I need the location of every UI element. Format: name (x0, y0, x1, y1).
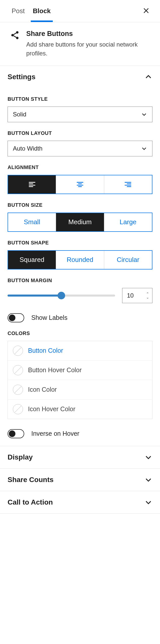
show-labels-row: Show Labels (8, 313, 152, 322)
chevron-up-icon (144, 73, 152, 81)
chevron-down-icon (144, 498, 152, 506)
color-item-icon-color[interactable]: Icon Color (8, 380, 152, 400)
inverse-hover-toggle[interactable] (8, 429, 24, 438)
chevron-down-icon (141, 111, 147, 117)
panel-display-title: Display (8, 453, 33, 461)
panel-settings-header[interactable]: Settings (0, 66, 160, 88)
inverse-hover-row: Inverse on Hover (8, 429, 152, 438)
panel-share-counts: Share Counts (0, 469, 160, 491)
color-item-icon-hover-color[interactable]: Icon Hover Color (8, 400, 152, 419)
block-info: Share Buttons Add share buttons for your… (26, 30, 152, 58)
show-labels-label: Show Labels (31, 314, 67, 321)
color-list: Button Color Button Hover Color Icon Col… (8, 341, 152, 419)
color-item-button-color[interactable]: Button Color (8, 341, 152, 361)
block-header: Share Buttons Add share buttons for your… (0, 22, 160, 66)
margin-number-input[interactable]: 10 ⌃⌄ (122, 288, 152, 303)
color-label: Button Color (28, 347, 63, 354)
label-button-shape: BUTTON SHAPE (8, 240, 152, 246)
color-swatch-empty-icon (13, 346, 23, 356)
chevron-down-icon (144, 476, 152, 484)
margin-slider[interactable] (8, 290, 115, 301)
select-button-layout-value: Auto Width (13, 145, 42, 152)
tab-block[interactable]: Block (29, 0, 55, 22)
margin-row: 10 ⌃⌄ (8, 288, 152, 303)
align-right-button[interactable] (104, 175, 152, 194)
field-button-margin: BUTTON MARGIN 10 ⌃⌄ (8, 278, 152, 303)
field-button-size: BUTTON SIZE Small Medium Large (8, 202, 152, 232)
color-swatch-empty-icon (13, 365, 23, 375)
panel-display-header[interactable]: Display (0, 446, 160, 468)
inspector-tabs: Post Block (0, 0, 160, 22)
slider-thumb[interactable] (58, 292, 65, 299)
label-button-size: BUTTON SIZE (8, 202, 152, 208)
alignment-group (8, 175, 152, 194)
panel-cta-header[interactable]: Call to Action (0, 491, 160, 513)
select-button-style-value: Solid (13, 111, 26, 118)
color-item-button-hover-color[interactable]: Button Hover Color (8, 361, 152, 380)
label-button-margin: BUTTON MARGIN (8, 278, 152, 283)
size-small-button[interactable]: Small (8, 213, 56, 231)
margin-value: 10 (127, 292, 134, 299)
label-button-layout: BUTTON LAYOUT (8, 130, 152, 136)
shape-rounded-button[interactable]: Rounded (56, 251, 104, 269)
chevron-down-icon (144, 453, 152, 461)
size-medium-button[interactable]: Medium (56, 213, 104, 231)
color-label: Icon Hover Color (28, 405, 75, 413)
label-colors: COLORS (8, 330, 152, 336)
stepper-icon: ⌃⌄ (146, 292, 149, 299)
select-button-style[interactable]: Solid (8, 107, 152, 122)
select-button-layout[interactable]: Auto Width (8, 141, 152, 156)
label-button-style: BUTTON STYLE (8, 96, 152, 102)
shape-circular-button[interactable]: Circular (104, 251, 152, 269)
close-icon[interactable] (140, 4, 152, 18)
label-alignment: ALIGNMENT (8, 164, 152, 170)
inverse-hover-label: Inverse on Hover (31, 430, 79, 437)
toggle-knob (9, 430, 15, 437)
shape-group: Squared Rounded Circular (8, 250, 152, 269)
shape-squared-button[interactable]: Squared (8, 251, 56, 269)
panel-share-counts-title: Share Counts (8, 476, 54, 484)
color-swatch-empty-icon (13, 385, 23, 395)
show-labels-toggle[interactable] (8, 313, 24, 322)
color-label: Button Hover Color (28, 366, 82, 374)
size-large-button[interactable]: Large (104, 213, 152, 231)
block-description: Add share buttons for your social networ… (26, 40, 152, 58)
field-button-style: BUTTON STYLE Solid (8, 96, 152, 122)
panel-cta-title: Call to Action (8, 498, 53, 506)
align-center-button[interactable] (56, 175, 104, 194)
field-alignment: ALIGNMENT (8, 164, 152, 194)
panel-call-to-action: Call to Action (0, 491, 160, 514)
field-colors: COLORS Button Color Button Hover Color I… (8, 330, 152, 419)
block-title: Share Buttons (26, 30, 152, 38)
align-left-button[interactable] (8, 175, 56, 194)
field-button-layout: BUTTON LAYOUT Auto Width (8, 130, 152, 156)
panel-settings: Settings BUTTON STYLE Solid BUTTON LAYOU… (0, 66, 160, 446)
field-button-shape: BUTTON SHAPE Squared Rounded Circular (8, 240, 152, 269)
share-icon (10, 30, 20, 40)
panel-display: Display (0, 446, 160, 469)
color-swatch-empty-icon (13, 404, 23, 414)
toggle-knob (9, 315, 15, 321)
panel-settings-title: Settings (8, 73, 35, 81)
color-label: Icon Color (28, 386, 57, 393)
size-group: Small Medium Large (8, 213, 152, 232)
tab-post[interactable]: Post (8, 0, 29, 22)
chevron-down-icon (141, 146, 147, 152)
panel-share-counts-header[interactable]: Share Counts (0, 469, 160, 491)
panel-settings-body: BUTTON STYLE Solid BUTTON LAYOUT Auto Wi… (0, 96, 160, 446)
